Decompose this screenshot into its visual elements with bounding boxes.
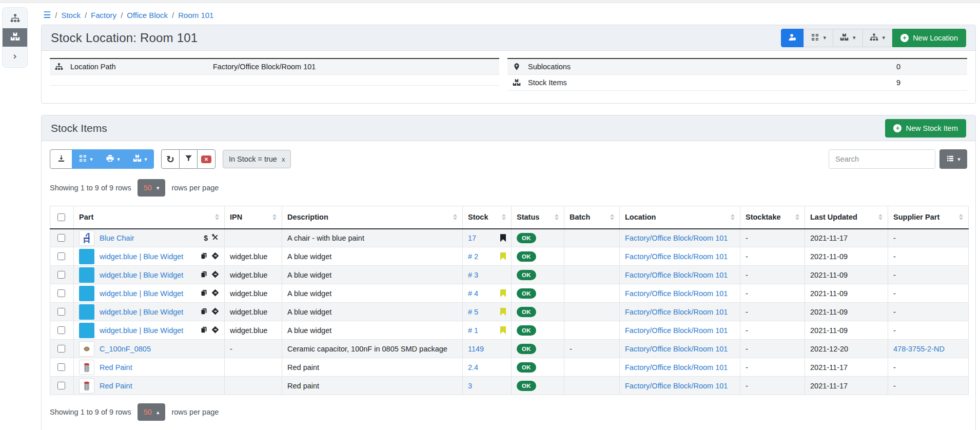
stock-quantity-link[interactable]: 3 <box>468 382 472 390</box>
stock-options-button[interactable]: ▾ <box>126 149 154 169</box>
location-link[interactable]: Factory/Office Block/Room 101 <box>625 308 728 316</box>
row-checkbox[interactable] <box>57 252 65 260</box>
batch-cell <box>564 266 620 284</box>
sidebar-item-location-tree[interactable] <box>3 10 27 28</box>
part-link[interactable]: widget.blue | Blue Widget <box>100 271 183 279</box>
table-header-row: PartIPNDescriptionStockStatusBatchLocati… <box>50 206 969 229</box>
part-link[interactable]: Blue Chair <box>100 234 134 242</box>
column-visibility-button[interactable]: ▾ <box>939 149 967 169</box>
row-checkbox[interactable] <box>57 234 65 242</box>
column-header-part[interactable]: Part <box>74 206 225 229</box>
part-link[interactable]: Red Paint <box>100 382 132 390</box>
row-checkbox[interactable] <box>57 345 65 353</box>
page-size-button[interactable]: 50 ▾ <box>138 179 166 197</box>
chair-thumbnail[interactable] <box>79 230 94 246</box>
print-button[interactable]: ▾ <box>99 149 127 169</box>
supplier-part-link[interactable]: 478-3755-2-ND <box>893 345 945 353</box>
row-checkbox[interactable] <box>57 363 65 371</box>
stock-quantity-link[interactable]: 17 <box>468 234 476 242</box>
sort-icon <box>450 214 457 220</box>
select-all-checkbox[interactable] <box>57 213 65 221</box>
part-link[interactable]: widget.blue | Blue Widget <box>100 326 183 335</box>
row-checkbox[interactable] <box>57 308 65 316</box>
breadcrumb-link-office-block[interactable]: Office Block <box>127 11 168 19</box>
menu-icon[interactable]: ☰ <box>43 10 51 20</box>
part-link[interactable]: widget.blue | Blue Widget <box>100 252 183 261</box>
widget-thumbnail[interactable] <box>79 249 94 264</box>
column-header-supplier-part[interactable]: Supplier Part <box>888 206 969 229</box>
caret-down-icon: ▾ <box>117 157 120 162</box>
column-header-stock[interactable]: Stock <box>463 206 512 229</box>
remove-filter-icon[interactable]: x <box>282 155 285 163</box>
widget-thumbnail[interactable] <box>79 304 94 320</box>
column-header-description[interactable]: Description <box>282 206 463 229</box>
part-link[interactable]: Red Paint <box>100 363 132 372</box>
row-checkbox[interactable] <box>57 289 65 297</box>
stock-actions-button[interactable]: ▾ <box>833 29 863 47</box>
barcode-scan-button[interactable]: ▾ <box>72 149 100 169</box>
table-row: widget.blue | Blue Widgetwidget.blueA bl… <box>50 266 969 284</box>
breadcrumb-link-room-101[interactable]: Room 101 <box>178 11 213 19</box>
row-checkbox[interactable] <box>57 382 65 389</box>
breadcrumb-link-stock[interactable]: Stock <box>61 11 81 19</box>
widget-thumbnail[interactable] <box>79 323 94 338</box>
location-link[interactable]: Factory/Office Block/Room 101 <box>625 363 728 372</box>
filter-button[interactable] <box>179 149 198 169</box>
column-header-ipn[interactable]: IPN <box>225 206 282 229</box>
info-row-location-path: Location PathFactory/Office Block/Room 1… <box>50 59 499 75</box>
stock-quantity-link[interactable]: # 1 <box>468 326 478 335</box>
sidebar-item-stock-items[interactable] <box>3 28 27 47</box>
part-icons <box>200 307 219 317</box>
part-link[interactable]: widget.blue | Blue Widget <box>100 289 183 298</box>
stock-quantity-link[interactable]: # 4 <box>468 289 478 298</box>
status-cell: OK <box>512 377 564 395</box>
column-header-stocktake[interactable]: Stocktake <box>740 206 805 229</box>
part-link[interactable]: C_100nF_0805 <box>100 345 151 353</box>
stock-quantity-link[interactable]: # 5 <box>468 308 478 316</box>
location-link[interactable]: Factory/Office Block/Room 101 <box>625 326 728 335</box>
stock-cell: # 4 <box>463 284 512 303</box>
new-location-button[interactable]: + New Location <box>892 29 966 47</box>
download-button[interactable] <box>50 149 72 169</box>
clear-filters-button[interactable]: ✕ <box>197 149 215 169</box>
location-link[interactable]: Factory/Office Block/Room 101 <box>625 234 728 242</box>
stock-quantity-link[interactable]: # 2 <box>468 252 478 261</box>
column-header-location[interactable]: Location <box>620 206 740 229</box>
stock-quantity-link[interactable]: # 3 <box>468 271 478 279</box>
part-link[interactable]: widget.blue | Blue Widget <box>100 308 183 316</box>
location-options-button[interactable]: ▾ <box>863 29 893 47</box>
column-header-batch[interactable]: Batch <box>564 206 620 229</box>
location-link[interactable]: Factory/Office Block/Room 101 <box>625 289 728 298</box>
description-cell: A blue widget <box>282 321 463 340</box>
column-label: Stocktake <box>746 213 781 221</box>
column-header-status[interactable]: Status <box>512 206 564 229</box>
column-header-last-updated[interactable]: Last Updated <box>805 206 888 229</box>
admin-button[interactable] <box>781 29 804 47</box>
location-link[interactable]: Factory/Office Block/Room 101 <box>625 252 728 261</box>
paint-thumbnail[interactable] <box>79 378 94 394</box>
stocktake-cell: - <box>740 321 805 340</box>
widget-thumbnail[interactable] <box>79 267 94 283</box>
location-link[interactable]: Factory/Office Block/Room 101 <box>625 382 728 390</box>
sidebar-expand-button[interactable]: › <box>3 47 27 65</box>
row-checkbox[interactable] <box>57 271 65 279</box>
search-input[interactable] <box>829 149 935 169</box>
description-cell: A blue widget <box>282 303 463 321</box>
info-label: Location Path <box>70 63 213 71</box>
page-size-button[interactable]: 50 ▴ <box>138 403 166 421</box>
stock-quantity-link[interactable]: 1149 <box>468 345 484 353</box>
breadcrumb-link-factory[interactable]: Factory <box>91 11 116 19</box>
barcode-actions-button[interactable]: ▾ <box>803 29 834 47</box>
stock-quantity-link[interactable]: 2.4 <box>468 363 478 372</box>
capacitor-thumbnail[interactable] <box>79 341 94 357</box>
column-label: Status <box>517 213 539 221</box>
paint-thumbnail[interactable] <box>79 360 94 375</box>
row-checkbox[interactable] <box>57 326 65 334</box>
widget-thumbnail[interactable] <box>79 286 94 301</box>
new-stock-item-button[interactable]: + New Stock Item <box>885 119 966 138</box>
location-link[interactable]: Factory/Office Block/Room 101 <box>625 271 728 279</box>
location-link[interactable]: Factory/Office Block/Room 101 <box>625 345 728 353</box>
refresh-button[interactable]: ↻ <box>161 149 180 169</box>
breadcrumb-separator: / <box>121 11 123 19</box>
status-cell: OK <box>512 284 564 303</box>
